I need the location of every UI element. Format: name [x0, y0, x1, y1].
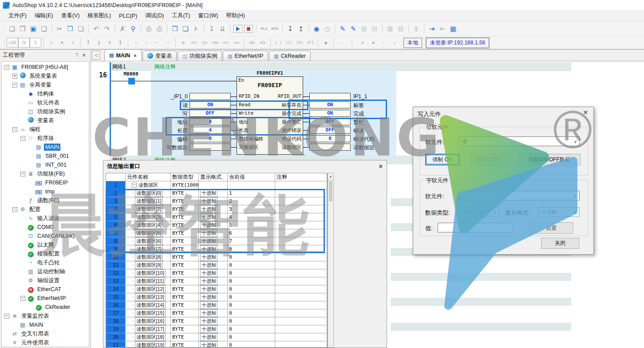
tree-item-struct[interactable]: ◆结构体 [2, 89, 89, 98]
cell-format[interactable]: 十进制 [199, 325, 228, 333]
expander-icon[interactable]: − [20, 136, 25, 141]
cell-name[interactable]: ┄读数据区[14] [126, 301, 171, 309]
expander-icon[interactable]: − [20, 296, 25, 301]
cell-format[interactable]: 十进制 [199, 245, 228, 253]
batch-delete-button[interactable]: ⊟ [369, 24, 380, 34]
table-row[interactable]: 17┄读数据区[15]BYTE十进制0 [106, 309, 327, 317]
cell-name[interactable]: ┄读数据区[3] [126, 213, 171, 221]
tab-close-icon[interactable]: × [134, 53, 136, 58]
table-row[interactable]: 21┄读数据区[19]BYTE十进制0 [106, 341, 327, 348]
info-output-titlebar[interactable]: 信息输出窗口 ✕ [103, 160, 387, 172]
cell-format[interactable]: 十进制 [199, 189, 228, 197]
fb-right-value-0[interactable] [309, 93, 351, 100]
force-toggle-button[interactable]: 强制ON/OFF取反 [518, 154, 581, 165]
fb-left-value-0[interactable] [190, 93, 231, 100]
table-row[interactable]: 11┄读数据区[9]BYTE十进制0 [106, 261, 327, 269]
coil-set-button[interactable]: ⊣S⊢ [247, 38, 257, 47]
fb-left-value-2[interactable]: OFF [190, 110, 231, 117]
cell-name[interactable]: ┄读数据区[0] [126, 189, 171, 197]
cell-format[interactable]: 十进制 [199, 341, 228, 348]
tree-item-ckreader[interactable]: ✓CkReader [2, 303, 89, 312]
download-plc-button[interactable]: ↧ [285, 24, 296, 34]
expander-icon[interactable]: − [20, 172, 25, 176]
contact-falling-button[interactable]: ⊣↓⊢ [231, 38, 242, 47]
cell-name[interactable]: ┄读数据区[1] [126, 197, 171, 205]
delete-hline-button[interactable]: ≠ [357, 38, 368, 47]
tree-item-program-blocks[interactable]: −∷程序块 [2, 134, 89, 143]
contact-rising-button[interactable]: ⊣↑⊢ [221, 38, 231, 47]
force-on-button[interactable]: 强制 ON [425, 154, 460, 165]
line-corner-down-button[interactable]: ⌐ [152, 38, 162, 47]
upload-plc-button[interactable]: ↥ [296, 24, 306, 34]
window-export-button[interactable]: ❏ [180, 24, 191, 34]
plc-mode-button[interactable]: PLC [259, 24, 269, 34]
chevron-down-icon[interactable]: ∨ [574, 139, 577, 144]
network-header-1[interactable]: 网络1 网络注释 [110, 62, 571, 71]
menu-item-0[interactable]: 文件(F) [4, 11, 31, 21]
cell-name[interactable]: ┄读数据区[17] [126, 325, 171, 333]
line-corner-up-button[interactable]: ¬ [162, 38, 173, 47]
tab-var-table[interactable]: 变量表 [142, 51, 177, 61]
menu-item-2[interactable]: 查看(V) [57, 11, 84, 21]
move-down-button[interactable]: ↓ [389, 38, 400, 47]
scroll-up-button[interactable]: ▴ [328, 173, 333, 180]
cell-name[interactable]: ┄读数据区[4] [126, 221, 171, 229]
menu-item-6[interactable]: 工具(T) [168, 11, 194, 21]
tree-item-function-blocks[interactable]: −≣功能块(FB) [2, 169, 89, 178]
table-row[interactable]: 14┄读数据区[12]BYTE十进制0 [106, 285, 327, 293]
table-row[interactable]: 2┄读数据区[0]BYTE十进制1 [106, 189, 327, 197]
print-preview-button[interactable]: ⎙ [143, 24, 154, 34]
expander-icon[interactable]: − [12, 83, 17, 88]
expander-icon[interactable]: + [12, 74, 17, 79]
tree-item-motion-axis[interactable]: ▥运动控制轴 [2, 267, 89, 276]
delete-network-button[interactable]: ⊟ [395, 24, 406, 34]
shortcut-config-button[interactable]: ⊦ [191, 24, 201, 34]
coil-out-button[interactable]: ( ) [273, 38, 284, 47]
table-row[interactable]: 18┄读数据区[16]BYTE十进制0 [106, 317, 327, 325]
contact-m8000[interactable] [128, 78, 135, 84]
arrow-down-hollow-button[interactable]: ▽ [67, 38, 78, 47]
tree-item-root-fr09eip[interactable]: −▦FR09EIP [H5U-A8] [2, 63, 89, 72]
tree-item-config[interactable]: −⚙配置 [2, 205, 89, 214]
usb-test-button[interactable]: ⊻ [411, 24, 422, 34]
table-row[interactable]: 1…−读数据区BYTE[1000] [106, 181, 327, 189]
table-row[interactable]: 16┄读数据区[14]BYTE十进制0 [106, 301, 327, 309]
tab-fb-instance[interactable]: ◫功能块实例 [178, 51, 222, 61]
menu-item-7[interactable]: 窗口(W) [194, 11, 222, 21]
menu-item-1[interactable]: 编辑(E) [31, 11, 57, 21]
cell-name[interactable]: ┄读数据区[8] [126, 253, 171, 261]
fb-right-value-5[interactable]: 0 [309, 135, 351, 142]
rung-merge-button[interactable]: ┿ [104, 38, 115, 47]
batch-monitor-button[interactable]: ⊞ [359, 24, 369, 34]
cell-format[interactable]: 十进制 [199, 285, 228, 293]
expander-icon[interactable]: − [4, 65, 9, 70]
undo-button[interactable]: ↶ [91, 24, 102, 34]
table-row[interactable]: 9┄读数据区[7]BYTE十进制8 [106, 245, 327, 253]
cell-format[interactable]: 十进制 [199, 261, 228, 269]
cell-name[interactable]: ┄读数据区[9] [126, 261, 171, 269]
oscilloscope-button[interactable]: ◉ [311, 24, 322, 34]
move-up-button[interactable]: ↑ [379, 38, 389, 47]
tree-item-sbr-001[interactable]: ▤SBR_001 [2, 152, 89, 160]
hline-button[interactable]: — [336, 38, 347, 47]
compile-button[interactable]: ↧ [206, 24, 217, 34]
tree-item-ethercat[interactable]: ✕EtherCAT [2, 285, 89, 294]
copy-button[interactable]: ❒ [65, 24, 75, 34]
insert-network-button[interactable]: ⊞ [385, 24, 395, 34]
sfc-view-button[interactable]: Ⓢ [18, 38, 30, 48]
fb-left-value-6[interactable] [190, 144, 231, 151]
trace-clock-button[interactable]: ◷ [322, 24, 332, 34]
table-row[interactable]: 3┄读数据区[1]BYTE十进制2 [106, 197, 327, 205]
table-row[interactable]: 8┄读数据区[6]BYTE十进制7 [106, 237, 327, 245]
chevron-down-icon[interactable]: ∨ [574, 193, 577, 198]
cut-button[interactable]: ✂ [54, 24, 65, 34]
tree-item-e-cam[interactable]: ◔电子凸轮 [2, 258, 89, 267]
line-up-button[interactable]: ↑ [141, 38, 152, 47]
close-icon[interactable]: ✕ [583, 109, 588, 116]
instruction-a-button[interactable]: [A] [294, 38, 305, 47]
cell-format[interactable]: 十进制 [199, 213, 228, 221]
contact-no-button[interactable]: ⊣⊢ [178, 38, 189, 47]
tab-main[interactable]: ▤MAIN× [104, 50, 142, 61]
logout-button[interactable]: ⇤ [437, 24, 448, 34]
soft-keyboard-button[interactable]: ▦ [448, 24, 458, 34]
